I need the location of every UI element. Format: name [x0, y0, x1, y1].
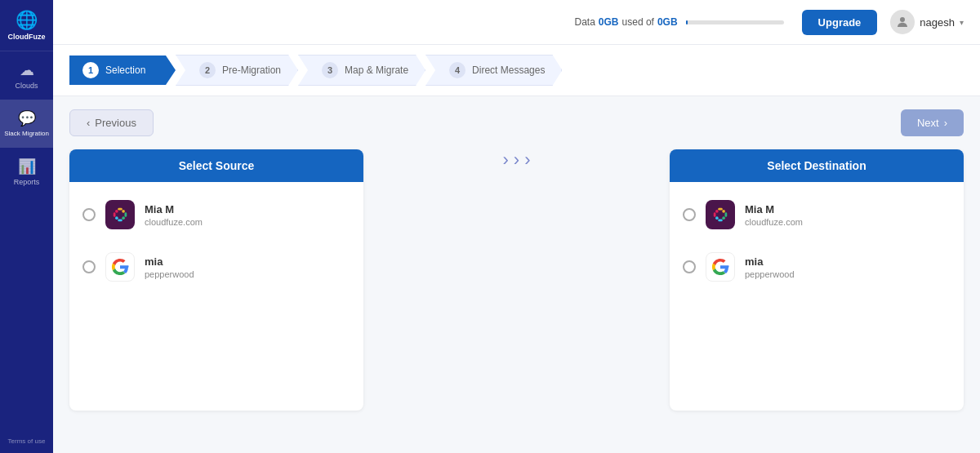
step-1-number: 1 [82, 62, 99, 78]
arrow-2-icon: › [514, 149, 519, 171]
source-account-sub-1: pepperwood [145, 269, 350, 279]
source-panel-header: Select Source [69, 149, 363, 182]
user-name: nagesh [920, 16, 955, 29]
dest-account-item-0[interactable]: Mia M cloudfuze.com [670, 189, 964, 241]
svg-point-0 [900, 17, 905, 22]
page-content: ‹ Previous Next › Select Source [53, 96, 980, 453]
svg-point-7 [122, 216, 125, 220]
step-3-number: 3 [322, 62, 338, 78]
step-3-label: Map & Migrate [345, 64, 408, 76]
app-name: CloudFuze [8, 33, 46, 41]
dest-radio-0[interactable] [683, 208, 696, 221]
arrow-3-icon: › [524, 149, 530, 171]
dest-account-sub-1: pepperwood [745, 269, 951, 279]
arrow-1-icon: › [503, 149, 509, 171]
main-content: Data 0GB used of 0GB Upgrade nagesh ▾ 1 … [53, 0, 980, 453]
previous-button[interactable]: ‹ Previous [69, 109, 154, 136]
source-account-icon-0 [105, 200, 135, 229]
dest-account-name-1: mia [745, 255, 951, 268]
svg-rect-11 [725, 212, 728, 217]
step-2-premigration[interactable]: 2 Pre-Migration [176, 55, 298, 86]
svg-point-6 [122, 210, 125, 213]
source-radio-0[interactable] [82, 208, 96, 221]
dest-radio-1[interactable] [683, 260, 696, 273]
sidebar: 🌐 CloudFuze ☁ Clouds 💬 Slack Migration 📊… [0, 0, 53, 453]
destination-panel-body: Mia M cloudfuze.com [670, 182, 964, 411]
steps-bar: 1 Selection 2 Pre-Migration 3 Map & Migr… [53, 45, 980, 96]
topbar: Data 0GB used of 0GB Upgrade nagesh ▾ [53, 0, 980, 45]
storage-progress-fill [686, 20, 688, 24]
middle-arrows-area: › › › [363, 149, 670, 171]
dest-account-icon-0 [706, 200, 735, 229]
dest-account-icon-1 [706, 252, 735, 282]
sidebar-item-slack-migration[interactable]: 💬 Slack Migration [0, 100, 53, 148]
migration-arrows: › › › [503, 149, 531, 171]
selection-panels: Select Source [69, 149, 964, 435]
step-4-label: Direct Messages [472, 64, 545, 76]
next-arrow-icon: › [944, 117, 947, 129]
destination-panel: Select Destination [670, 149, 964, 411]
svg-point-8 [115, 216, 118, 220]
sidebar-item-reports[interactable]: 📊 Reports [0, 148, 53, 196]
dest-account-name-0: Mia M [745, 203, 951, 215]
svg-rect-2 [118, 208, 122, 211]
svg-rect-4 [118, 220, 122, 222]
sidebar-label-slack-migration: Slack Migration [4, 130, 49, 138]
source-account-info-0: Mia M cloudfuze.com [145, 203, 350, 227]
step-1-label: Selection [105, 64, 145, 76]
sidebar-label-reports: Reports [14, 178, 40, 186]
svg-rect-10 [718, 208, 723, 211]
source-radio-1[interactable] [82, 260, 96, 273]
dest-account-info-0: Mia M cloudfuze.com [745, 203, 951, 227]
data-used-text: used of [622, 16, 654, 28]
navigation-buttons: ‹ Previous Next › [69, 109, 964, 136]
source-account-info-1: mia pepperwood [145, 255, 350, 279]
dest-account-item-1[interactable]: mia pepperwood [670, 241, 964, 293]
sidebar-item-clouds[interactable]: ☁ Clouds [0, 51, 53, 100]
slack-migration-icon: 💬 [18, 109, 36, 127]
svg-point-16 [715, 216, 719, 220]
clouds-icon: ☁ [20, 61, 34, 79]
source-panel-body: Mia M cloudfuze.com [69, 182, 363, 411]
dest-account-sub-0: cloudfuze.com [745, 217, 951, 227]
destination-panel-header: Select Destination [670, 149, 964, 182]
data-total: 0GB [657, 16, 678, 28]
source-account-item-1[interactable]: mia pepperwood [69, 241, 363, 293]
data-used: 0GB [599, 16, 619, 28]
svg-point-14 [722, 210, 725, 213]
app-logo[interactable]: 🌐 CloudFuze [0, 0, 53, 51]
data-label: Data [575, 16, 595, 28]
user-avatar [890, 10, 915, 34]
step-3-map-migrate[interactable]: 3 Map & Migrate [298, 55, 425, 86]
user-chevron-icon: ▾ [960, 18, 964, 27]
upgrade-button[interactable]: Upgrade [802, 10, 878, 35]
step-2-number: 2 [199, 62, 216, 78]
source-panel: Select Source [69, 149, 363, 411]
svg-rect-1 [114, 212, 116, 217]
data-usage-info: Data 0GB used of 0GB [575, 16, 789, 28]
svg-rect-9 [714, 212, 716, 217]
storage-progress-bar [686, 20, 784, 24]
svg-rect-12 [718, 220, 723, 222]
step-1-selection[interactable]: 1 Selection [69, 56, 176, 85]
source-account-item-0[interactable]: Mia M cloudfuze.com [69, 189, 363, 241]
source-account-icon-1 [105, 252, 135, 282]
prev-arrow-icon: ‹ [87, 117, 90, 129]
next-button[interactable]: Next › [901, 109, 964, 136]
logo-icon: 🌐 [16, 10, 38, 31]
svg-rect-3 [125, 212, 127, 217]
svg-point-5 [115, 210, 118, 213]
terms-of-use-link[interactable]: Terms of use [8, 437, 46, 445]
step-4-direct-messages[interactable]: 4 Direct Messages [425, 55, 562, 86]
step-2-label: Pre-Migration [222, 64, 281, 76]
source-account-sub-0: cloudfuze.com [145, 217, 350, 227]
source-account-name-0: Mia M [145, 203, 350, 215]
user-menu[interactable]: nagesh ▾ [890, 10, 964, 34]
svg-point-15 [722, 216, 725, 220]
reports-icon: 📊 [18, 158, 36, 175]
svg-point-13 [715, 210, 719, 213]
source-account-name-1: mia [145, 255, 350, 268]
step-4-number: 4 [449, 62, 466, 78]
sidebar-label-clouds: Clouds [15, 82, 38, 90]
dest-account-info-1: mia pepperwood [745, 255, 951, 279]
